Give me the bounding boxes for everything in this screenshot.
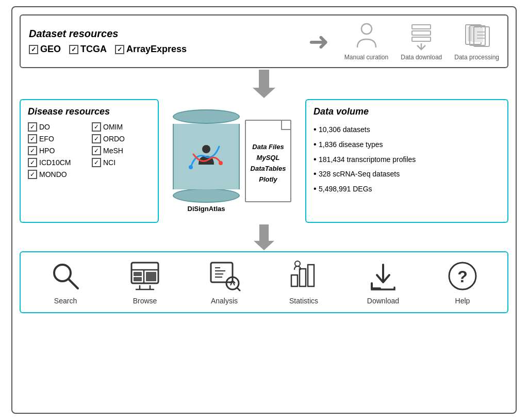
omim-label: OMIM <box>103 123 123 131</box>
nci-label: NCI <box>103 158 116 167</box>
geo-label: GEO <box>40 44 61 55</box>
tcga-label: TCGA <box>80 44 107 55</box>
disease-nci: ✓ NCI <box>92 158 151 167</box>
mondo-checkbox[interactable]: ✓ <box>28 170 37 179</box>
ordo-label: ORDO <box>103 135 125 143</box>
mondo-label: MONDO <box>39 170 67 179</box>
arrow-right-icon: ➜ <box>308 27 329 56</box>
svg-rect-3 <box>412 37 431 41</box>
download-nav-item[interactable]: Download <box>367 260 400 305</box>
svg-marker-13 <box>253 70 275 98</box>
top-icons-group: Manual curation Data download <box>344 22 499 61</box>
svg-rect-36 <box>291 275 298 286</box>
down-arrow-icon-2 <box>251 224 277 250</box>
checkbox-group: ✓ GEO ✓ TCGA ✓ ArrayExpress <box>29 44 293 55</box>
arrayexpress-checkbox[interactable]: ✓ <box>115 45 124 54</box>
ordo-checkbox[interactable]: ✓ <box>92 134 101 143</box>
doc-line-3: DataTables <box>251 165 286 172</box>
data-processing-label: Data processing <box>454 54 499 61</box>
dataset-resources-section: Dataset resources ✓ GEO ✓ TCGA ✓ ArrayEx… <box>20 14 508 68</box>
data-download-label: Data download <box>401 54 442 61</box>
analysis-label: Analysis <box>211 297 238 305</box>
volume-item-4: 328 scRNA-Seq datasets <box>314 167 500 182</box>
disease-icd10cm: ✓ ICD10CM <box>28 158 87 167</box>
hpo-label: HPO <box>39 147 55 155</box>
svg-point-39 <box>295 261 300 266</box>
doc-line-1: Data Files <box>252 143 284 151</box>
omim-checkbox[interactable]: ✓ <box>92 122 101 132</box>
checkbox-arrayexpress: ✓ ArrayExpress <box>115 44 187 55</box>
volume-item-2: 1,836 disease types <box>314 137 500 152</box>
svg-text:?: ? <box>457 267 468 286</box>
statistics-nav-item[interactable]: Statistics <box>287 260 320 305</box>
search-nav-item[interactable]: Search <box>49 260 82 305</box>
svg-rect-29 <box>211 263 233 282</box>
center-db-box: DiSignAtlas Data Files MySQL DataTables … <box>165 99 299 223</box>
svg-point-14 <box>202 145 210 153</box>
analysis-icon <box>208 260 241 293</box>
do-checkbox[interactable]: ✓ <box>28 122 37 132</box>
svg-rect-1 <box>412 25 431 29</box>
checkbox-tcga: ✓ TCGA <box>69 44 107 55</box>
data-processing-item: Data processing <box>454 22 499 61</box>
down-arrow-icon-1 <box>251 70 277 98</box>
volume-item-5: 5,498,991 DEGs <box>314 182 500 197</box>
arrow-down-1 <box>20 68 508 99</box>
disease-ordo: ✓ ORDO <box>92 134 151 143</box>
disease-hpo: ✓ HPO <box>28 146 87 155</box>
efo-checkbox[interactable]: ✓ <box>28 134 37 143</box>
disease-mesh: ✓ MeSH <box>92 146 151 155</box>
svg-rect-2 <box>412 31 431 35</box>
dataset-title: Dataset resources <box>29 28 293 40</box>
middle-section: Disease resources ✓ DO ✓ OMIM ✓ EFO ✓ OR… <box>20 99 508 223</box>
svg-line-35 <box>237 288 240 290</box>
download-icon <box>367 260 400 293</box>
arrow-down-2 <box>20 223 508 251</box>
disease-do: ✓ DO <box>28 122 87 132</box>
search-icon <box>49 260 82 293</box>
checkbox-geo: ✓ GEO <box>29 44 61 55</box>
disease-mondo: ✓ MONDO <box>28 170 87 179</box>
browse-nav-item[interactable]: Browse <box>128 260 161 305</box>
help-label: Help <box>455 297 470 305</box>
arrayexpress-label: ArrayExpress <box>126 44 187 55</box>
geo-checkbox[interactable]: ✓ <box>29 45 38 54</box>
manual-curation-label: Manual curation <box>344 54 388 61</box>
help-nav-item[interactable]: ? Help <box>446 260 479 305</box>
doc-line-2: MySQL <box>257 154 280 161</box>
browse-label: Browse <box>133 297 157 305</box>
disease-grid: ✓ DO ✓ OMIM ✓ EFO ✓ ORDO ✓ HPO <box>28 122 151 179</box>
data-download-icon <box>407 22 436 51</box>
doc-text: Data Files MySQL DataTables Plotly <box>251 142 286 185</box>
data-download-item: Data download <box>401 22 442 61</box>
doc-line-4: Plotly <box>259 175 277 183</box>
svg-line-19 <box>69 279 78 288</box>
statistics-icon <box>287 260 320 293</box>
svg-point-0 <box>361 24 372 34</box>
nci-checkbox[interactable]: ✓ <box>92 158 101 167</box>
mesh-checkbox[interactable]: ✓ <box>92 146 101 155</box>
data-processing-icon <box>463 22 491 51</box>
disease-title: Disease resources <box>28 106 151 117</box>
db-label: DiSignAtlas <box>188 205 225 213</box>
tcga-checkbox[interactable]: ✓ <box>69 45 78 54</box>
db-body <box>173 124 240 189</box>
search-label: Search <box>54 297 77 305</box>
hpo-checkbox[interactable]: ✓ <box>28 146 37 155</box>
browse-icon <box>128 260 161 293</box>
disease-omim: ✓ OMIM <box>92 122 151 132</box>
volume-item-1: 10,306 datasets <box>314 122 500 137</box>
db-top <box>173 109 240 124</box>
svg-point-16 <box>219 161 223 165</box>
volume-list: 10,306 datasets 1,836 disease types 181,… <box>314 122 500 197</box>
bottom-nav-section: Search Browse <box>20 251 508 313</box>
manual-curation-item: Manual curation <box>344 22 388 61</box>
download-label: Download <box>367 297 399 305</box>
icd10cm-checkbox[interactable]: ✓ <box>28 158 37 167</box>
main-container: Dataset resources ✓ GEO ✓ TCGA ✓ ArrayEx… <box>11 6 517 414</box>
mesh-label: MeSH <box>103 147 123 155</box>
svg-rect-38 <box>308 265 314 286</box>
data-files-doc: Data Files MySQL DataTables Plotly <box>245 120 291 202</box>
svg-rect-25 <box>146 272 156 281</box>
analysis-nav-item[interactable]: Analysis <box>208 260 241 305</box>
